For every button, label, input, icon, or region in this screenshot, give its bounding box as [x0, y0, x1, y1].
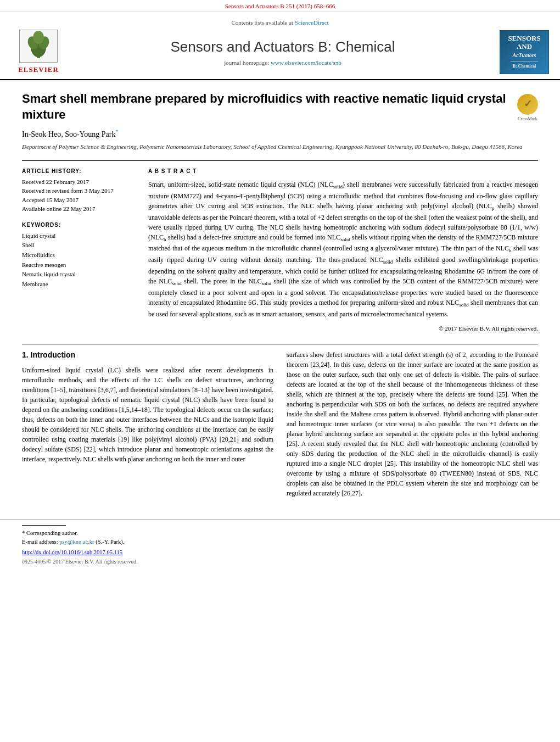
corresponding-label: * Corresponding author.	[22, 530, 78, 536]
keyword-2: Shell	[22, 241, 132, 250]
email-link[interactable]: psy@knu.ac.kr	[59, 539, 94, 545]
abstract-label: A B S T R A C T	[148, 168, 538, 175]
copyright: © 2017 Elsevier B.V. All rights reserved…	[148, 325, 538, 333]
sensors-logo-line1: SENSORSAND	[508, 35, 540, 51]
journal-title-center: Sensors and Actuators B: Chemical journa…	[66, 37, 500, 68]
keyword-5: Nematic liquid crystal	[22, 270, 132, 280]
sciencedirect-link[interactable]: ScienceDirect	[295, 19, 329, 26]
section1-left-text: Uniform-sized liquid crystal (LC) shells…	[22, 365, 273, 464]
footer-area: * Corresponding author. E-mail address: …	[0, 519, 560, 571]
meta-abstract-section: Article history: Received 22 February 20…	[22, 168, 538, 333]
journal-doi-bar: Sensors and Actuators B 251 (2017) 658–6…	[0, 0, 560, 12]
section1-right-text: surfaces show defect structures with a t…	[287, 350, 538, 498]
author-star: *	[115, 129, 118, 135]
crossmark-label: CrossMark	[517, 116, 538, 122]
email-line: E-mail address: psy@knu.ac.kr (S.-Y. Par…	[22, 538, 538, 546]
title-area: ✓ CrossMark Smart shell membrane prepare…	[22, 91, 538, 122]
sensors-logo-line2: AcTuators	[513, 52, 536, 59]
contents-available: Contents lists available at ScienceDirec…	[11, 16, 549, 29]
body-col-right: surfaces show defect structures with a t…	[287, 350, 538, 503]
divider-1	[22, 160, 538, 161]
history-label: Article history:	[22, 168, 132, 175]
elsevier-tree-icon	[19, 30, 58, 63]
keywords-label: Keywords:	[22, 221, 132, 229]
body-section: 1. Introduction Uniform-sized liquid cry…	[22, 350, 538, 503]
keyword-6: Membrane	[22, 280, 132, 289]
crossmark-icon: ✓	[517, 94, 538, 115]
article-keywords: Keywords: Liquid crystal Shell Microflui…	[22, 221, 132, 289]
accepted-date: Accepted 15 May 2017	[22, 196, 132, 205]
elsevier-label: ELSEVIER	[18, 65, 59, 75]
received-date: Received 22 February 2017	[22, 177, 132, 187]
elsevier-logo: ELSEVIER	[11, 30, 66, 75]
issn-line: 0925-4005/© 2017 Elsevier B.V. All right…	[22, 558, 538, 566]
journal-homepage: journal homepage: www.elsevier.com/locat…	[77, 59, 489, 67]
svg-point-4	[33, 31, 44, 44]
footer-divider	[22, 525, 66, 526]
keyword-1: Liquid crystal	[22, 231, 132, 241]
page: Sensors and Actuators B 251 (2017) 658–6…	[0, 0, 560, 742]
corresponding-author-note: * Corresponding author.	[22, 529, 538, 538]
contents-text: Contents lists available at	[231, 19, 294, 26]
sensors-logo-subtitle: B: Chemical	[513, 63, 536, 69]
homepage-text: journal homepage:	[224, 59, 271, 66]
journal-header-content: ELSEVIER Sensors and Actuators B: Chemic…	[11, 30, 549, 75]
doi-line[interactable]: http://dx.doi.org/10.1016/j.snb.2017.05.…	[22, 549, 538, 557]
keywords-list: Liquid crystal Shell Microfluidics React…	[22, 231, 132, 289]
abstract-text: Smart, uniform-sized, solid-state nemati…	[148, 180, 538, 319]
sensors-actuators-logo: SENSORSAND AcTuators B: Chemical	[500, 30, 549, 74]
doi-text: Sensors and Actuators B 251 (2017) 658–6…	[225, 3, 335, 9]
journal-header: Contents lists available at ScienceDirec…	[0, 12, 560, 80]
article-authors: In-Seok Heo, Soo-Young Park*	[22, 128, 538, 140]
available-date: Available online 22 May 2017	[22, 204, 132, 214]
abstract-section: A B S T R A C T Smart, uniform-sized, so…	[148, 168, 538, 333]
authors-text: In-Seok Heo, Soo-Young Park	[22, 130, 115, 138]
article-history: Article history: Received 22 February 20…	[22, 168, 132, 214]
article-title: Smart shell membrane prepared by microfl…	[22, 91, 538, 122]
doi-link[interactable]: http://dx.doi.org/10.1016/j.snb.2017.05.…	[22, 549, 122, 555]
article-info: Article history: Received 22 February 20…	[22, 168, 132, 333]
keyword-4: Reactive mesogen	[22, 260, 132, 270]
keyword-3: Microfluidics	[22, 250, 132, 260]
body-col-left: 1. Introduction Uniform-sized liquid cry…	[22, 350, 273, 503]
crossmark-badge[interactable]: ✓ CrossMark	[517, 94, 538, 122]
homepage-link[interactable]: www.elsevier.com/locate/snb	[271, 59, 341, 66]
email-suffix: (S.-Y. Park).	[94, 539, 125, 545]
divider-2	[22, 344, 538, 344]
article-content: ✓ CrossMark Smart shell membrane prepare…	[0, 80, 560, 514]
journal-name: Sensors and Actuators B: Chemical	[77, 37, 489, 57]
email-label: E-mail address:	[22, 539, 59, 545]
article-affiliation: Department of Polymer Science & Engineer…	[22, 143, 538, 151]
section1-title: 1. Introduction	[22, 350, 273, 361]
received-revised-date: Received in revised form 3 May 2017	[22, 186, 132, 196]
